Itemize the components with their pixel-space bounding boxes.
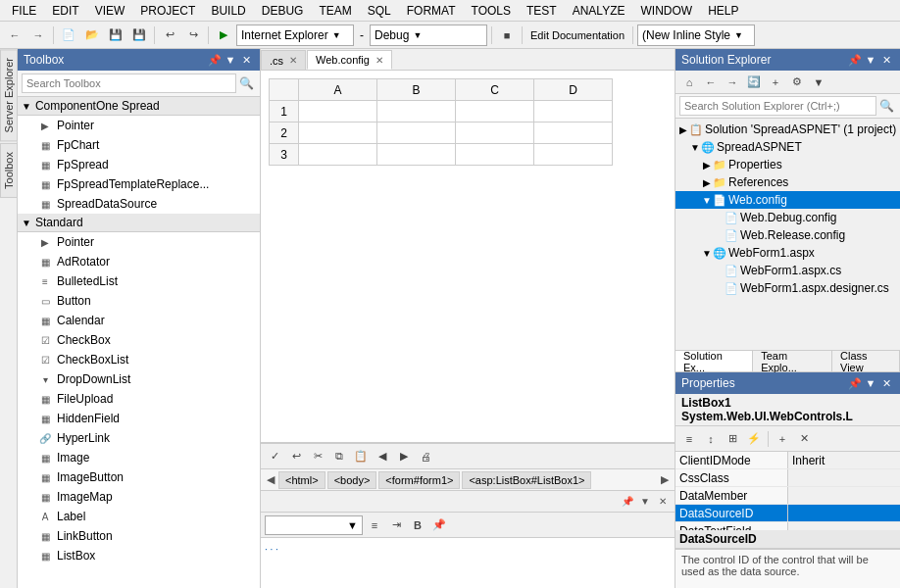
- tree-arrow-7[interactable]: ▼: [701, 247, 713, 259]
- breadcrumb-item-0[interactable]: <html>: [278, 471, 325, 489]
- toolbox-item-spreaddatasource[interactable]: ▦SpreadDataSource: [18, 194, 260, 214]
- menu-item-build[interactable]: BUILD: [203, 2, 253, 20]
- output-indent-btn[interactable]: ⇥: [386, 515, 406, 535]
- cell-3-d[interactable]: [534, 144, 613, 166]
- toolbox-item-button[interactable]: ▭Button: [18, 291, 260, 311]
- tree-arrow-0[interactable]: ▶: [677, 123, 689, 135]
- nav-scroll-right[interactable]: ▶: [657, 472, 673, 488]
- prop-events-btn[interactable]: ⚡: [744, 429, 764, 449]
- toolbox-item-hyperlink[interactable]: 🔗HyperLink: [18, 428, 260, 448]
- ss-paste-btn[interactable]: 📋: [351, 447, 371, 466]
- cell-3-b[interactable]: [377, 144, 456, 166]
- back-button[interactable]: ←: [4, 24, 25, 46]
- tree-item-7[interactable]: ▼ 🌐 WebForm1.aspx: [675, 244, 900, 262]
- se-new-btn[interactable]: +: [766, 73, 785, 92]
- tree-item-3[interactable]: ▶ 📁 References: [675, 173, 900, 191]
- tab--cs[interactable]: .cs✕: [261, 50, 306, 70]
- ss-copy-btn[interactable]: ⧉: [329, 447, 349, 466]
- cell-2-d[interactable]: [534, 122, 613, 144]
- solution-tab-2[interactable]: Class View: [832, 351, 900, 371]
- tree-arrow-5[interactable]: [713, 212, 725, 223]
- cell-2-b[interactable]: [377, 122, 456, 144]
- cell-3-a[interactable]: [299, 144, 377, 166]
- properties-close-btn[interactable]: ✕: [878, 375, 894, 391]
- toolbox-item-dropdownlist[interactable]: ▾DropDownList: [18, 369, 260, 389]
- properties-arrow-btn[interactable]: ▼: [863, 375, 878, 391]
- tree-item-5[interactable]: 📄 Web.Debug.config: [675, 209, 900, 226]
- output-align-btn[interactable]: ≡: [365, 515, 384, 535]
- ss-left-btn[interactable]: ◀: [373, 447, 392, 466]
- prop-row-4[interactable]: DataTextField: [675, 522, 900, 530]
- prop-value-0[interactable]: Inherit: [788, 452, 900, 468]
- menu-item-window[interactable]: WINDOW: [632, 2, 700, 20]
- tree-arrow-8[interactable]: [713, 265, 725, 276]
- prop-properties-btn[interactable]: ⊞: [723, 429, 742, 449]
- toolbox-item-checkboxlist[interactable]: ☑CheckBoxList: [18, 350, 260, 369]
- cell-1-a[interactable]: [299, 101, 377, 122]
- menu-item-help[interactable]: HELP: [700, 2, 746, 20]
- new-file-button[interactable]: 📄: [58, 24, 79, 46]
- toolbox-item-fpchart[interactable]: ▦FpChart: [18, 135, 260, 155]
- cell-2-a[interactable]: [299, 122, 377, 144]
- menu-item-analyze[interactable]: ANALYZE: [565, 2, 633, 20]
- cell-1-b[interactable]: [377, 101, 456, 122]
- toolbox-item-listbox[interactable]: ▦ListBox: [18, 546, 260, 565]
- prop-row-2[interactable]: DataMember: [675, 487, 900, 505]
- tree-arrow-1[interactable]: ▼: [689, 141, 701, 153]
- tree-arrow-9[interactable]: [713, 282, 725, 294]
- tab-web-config[interactable]: Web.config✕: [307, 50, 392, 70]
- solution-explorer-close-btn[interactable]: ✕: [878, 52, 894, 68]
- menu-item-team[interactable]: TEAM: [311, 2, 359, 20]
- toolbox-item-pointer[interactable]: ▶Pointer: [18, 116, 260, 135]
- prop-new-btn[interactable]: +: [773, 429, 792, 449]
- cell-1-c[interactable]: [456, 101, 534, 122]
- prop-delete-btn[interactable]: ✕: [794, 429, 814, 449]
- server-explorer-tab[interactable]: Server Explorer: [0, 49, 18, 141]
- toolbox-item-image[interactable]: ▦Image: [18, 448, 260, 467]
- toolbox-item-fpspreadtemplatereplace---[interactable]: ▦FpSpreadTemplateReplace...: [18, 174, 260, 194]
- ss-undo-btn[interactable]: ↩: [286, 447, 306, 466]
- breadcrumb-item-3[interactable]: <asp:ListBox#ListBox1>: [462, 471, 591, 489]
- menu-item-test[interactable]: TEST: [519, 2, 565, 20]
- toolbox-item-linkbutton[interactable]: ▦LinkButton: [18, 526, 260, 546]
- browser-dropdown[interactable]: Internet Explorer ▼: [236, 24, 354, 46]
- toolbox-search-input[interactable]: [22, 74, 236, 93]
- open-button[interactable]: 📂: [81, 24, 103, 46]
- cell-2-c[interactable]: [456, 122, 534, 144]
- cell-1-d[interactable]: [534, 101, 613, 122]
- menu-item-format[interactable]: FORMAT: [399, 2, 464, 20]
- prop-value-3[interactable]: [788, 505, 900, 521]
- ss-right-btn[interactable]: ▶: [394, 447, 414, 466]
- output-pin2-btn[interactable]: 📌: [429, 515, 449, 535]
- toolbox-tab[interactable]: Toolbox: [0, 143, 18, 198]
- output-bold-btn[interactable]: B: [408, 515, 427, 535]
- menu-item-debug[interactable]: DEBUG: [254, 2, 312, 20]
- ss-print-btn[interactable]: 🖨: [416, 447, 435, 466]
- tree-item-4[interactable]: ▼ 📄 Web.config: [675, 191, 900, 209]
- tree-item-0[interactable]: ▶ 📋 Solution 'SpreadASPNET' (1 project): [675, 121, 900, 138]
- tab-close-0[interactable]: ✕: [289, 55, 297, 66]
- solution-explorer-pin-btn[interactable]: 📌: [847, 52, 863, 68]
- toolbox-item-label[interactable]: ALabel: [18, 507, 260, 526]
- toolbox-item-calendar[interactable]: ▦Calendar: [18, 311, 260, 330]
- se-back-btn[interactable]: ←: [701, 73, 721, 92]
- prop-value-1[interactable]: [788, 469, 900, 486]
- properties-pin-btn[interactable]: 📌: [847, 375, 863, 391]
- toolbox-group-0[interactable]: ▼ComponentOne Spread: [18, 97, 260, 116]
- prop-alphabetical-btn[interactable]: ↕: [701, 429, 721, 449]
- menu-item-sql[interactable]: SQL: [360, 2, 399, 20]
- solution-search-input[interactable]: [679, 96, 876, 116]
- solution-explorer-arrow-btn[interactable]: ▼: [863, 52, 878, 68]
- se-sync-btn[interactable]: 🔄: [744, 73, 764, 92]
- tree-item-9[interactable]: 📄 WebForm1.aspx.designer.cs: [675, 279, 900, 297]
- menu-item-project[interactable]: PROJECT: [132, 2, 203, 20]
- tree-item-2[interactable]: ▶ 📁 Properties: [675, 156, 900, 173]
- toolbox-item-imagemap[interactable]: ▦ImageMap: [18, 487, 260, 507]
- toolbox-arrow-btn[interactable]: ▼: [223, 52, 238, 68]
- tree-item-8[interactable]: 📄 WebForm1.aspx.cs: [675, 262, 900, 279]
- style-dropdown[interactable]: (New Inline Style ▼: [637, 24, 755, 46]
- save-all-button[interactable]: 💾: [128, 24, 150, 46]
- tree-item-6[interactable]: 📄 Web.Release.config: [675, 226, 900, 244]
- toolbox-item-pointer[interactable]: ▶Pointer: [18, 232, 260, 252]
- toolbox-item-imagebutton[interactable]: ▦ImageButton: [18, 467, 260, 487]
